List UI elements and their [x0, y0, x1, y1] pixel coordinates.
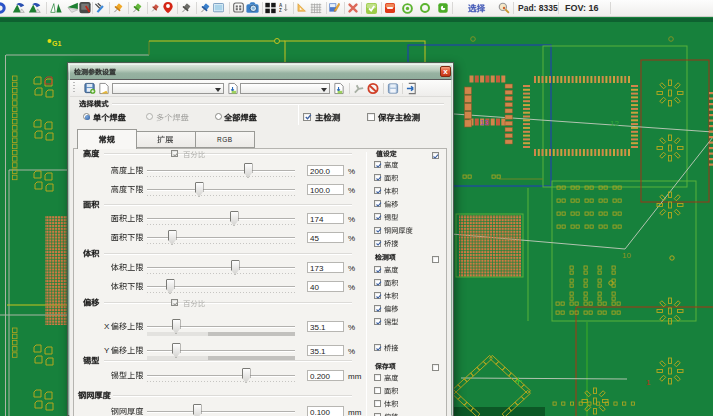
svg-text:13: 13 [480, 118, 489, 127]
svg-text:G1: G1 [52, 40, 61, 47]
svg-text:10: 10 [622, 251, 631, 260]
svg-text:1: 1 [646, 378, 651, 387]
svg-text:Z: Z [279, 8, 282, 13]
svg-text:12: 12 [610, 119, 619, 128]
